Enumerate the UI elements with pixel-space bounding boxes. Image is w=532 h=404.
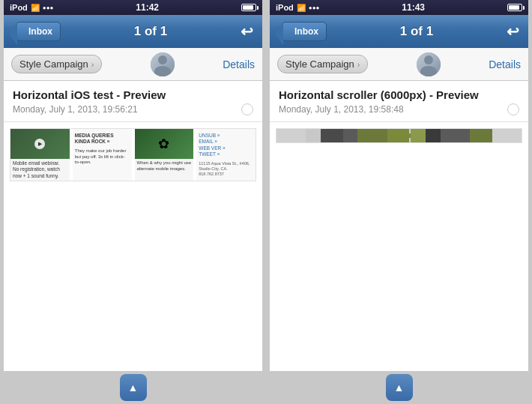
email-body-right: Horizontal scroller (6000px) - Preview M… <box>270 81 528 371</box>
bottom-bar-right <box>270 371 528 404</box>
avatar-right <box>417 52 441 76</box>
media-header: MEDIA QUERIES KINDA ROCK » <box>73 131 132 147</box>
preview-cell-video: ▶ Mobile email webinar.No registration, … <box>10 129 70 181</box>
status-right <box>241 4 256 11</box>
battery-fill-right <box>509 5 519 10</box>
scroll-preview-right <box>270 122 528 149</box>
avatar-left <box>151 52 175 76</box>
details-link-left[interactable]: Details <box>223 58 255 70</box>
back-label-right: Inbox <box>294 26 318 37</box>
address-text: 11115 Aqua Vista St., #406, Studio City,… <box>196 160 256 178</box>
flower-thumb: ✿ <box>135 129 194 159</box>
seg-10 <box>470 129 492 142</box>
scroll-up-button-right[interactable] <box>386 374 413 401</box>
media-body: They make our job harder but pay off. 3x… <box>73 147 132 167</box>
bottom-bar-left <box>4 371 262 404</box>
nav-back-arrow-right[interactable]: ↩ <box>507 22 519 40</box>
avatar-image-right <box>417 52 441 76</box>
battery-icon <box>241 4 256 11</box>
details-link-right[interactable]: Details <box>489 58 521 70</box>
campaign-label-right: Style Campaign <box>285 58 354 70</box>
circle-indicator-left <box>241 103 253 115</box>
status-bar-right: iPod 📶 ●●● 11:43 <box>270 0 528 15</box>
carrier-label: iPod <box>10 3 28 12</box>
links-text: UNSUB »EMAIL »WEB VER »TWEET » <box>196 131 256 160</box>
seg-6 <box>387 129 411 142</box>
status-right-right <box>507 4 522 11</box>
back-button-right[interactable]: Inbox <box>282 22 327 41</box>
toolbar-left: Style Campaign › Details <box>4 48 262 81</box>
email-subject-left: Horizontal iOS test - Preview <box>13 88 253 101</box>
video-text: Mobile email webinar.No registration, wa… <box>10 159 70 181</box>
seg-1 <box>276 129 306 142</box>
campaign-chevron-left: › <box>91 60 94 69</box>
campaign-chevron-right: › <box>357 60 360 69</box>
status-bar-left: iPod 📶 ●●● 11:42 <box>4 0 262 15</box>
nav-bar-right: Inbox 1 of 1 ↩ <box>270 15 528 48</box>
campaign-pill-left[interactable]: Style Campaign › <box>11 55 102 73</box>
email-subject-right: Horizontal scroller (6000px) - Preview <box>279 88 519 101</box>
back-label-left: Inbox <box>28 26 52 37</box>
battery-icon-right <box>507 4 522 11</box>
email-preview-left: ▶ Mobile email webinar.No registration, … <box>4 122 262 187</box>
phone-left: iPod 📶 ●●● 11:42 Inbox 1 of 1 ↩ Style Ca… <box>4 0 262 404</box>
back-arrow-shape <box>9 22 17 45</box>
preview-grid-left: ▶ Mobile email webinar.No registration, … <box>10 128 256 181</box>
nav-title-left: 1 of 1 <box>134 24 167 39</box>
campaign-label-left: Style Campaign <box>19 58 88 70</box>
email-date-left: Monday, July 1, 2013, 19:56:21 <box>13 103 253 115</box>
phone-right: iPod 📶 ●●● 11:43 Inbox 1 of 1 ↩ Style Ca… <box>270 0 528 404</box>
preview-cell-links: UNSUB »EMAIL »WEB VER »TWEET » 11115 Aqu… <box>196 129 256 181</box>
scroll-bar-visual <box>276 128 522 143</box>
signal-dots-right: ●●● <box>309 4 320 11</box>
seg-5 <box>357 129 387 142</box>
seg-4 <box>343 129 358 142</box>
status-left-right: iPod 📶 ●●● <box>276 3 319 12</box>
wifi-icon: 📶 <box>31 4 40 12</box>
signal-dots: ●●● <box>43 4 54 11</box>
nav-title-right: 1 of 1 <box>400 24 433 39</box>
email-header-left: Horizontal iOS test - Preview Monday, Ju… <box>4 81 262 122</box>
scroll-up-button-left[interactable] <box>120 374 147 401</box>
circle-indicator-right <box>507 103 519 115</box>
flower-text: When & why you might use alternate mobil… <box>135 159 194 174</box>
flower-icon: ✿ <box>158 136 169 152</box>
toolbar-right: Style Campaign › Details <box>270 48 528 81</box>
email-date-right: Monday, July 1, 2013, 19:58:48 <box>279 103 519 115</box>
status-left: iPod 📶 ●●● <box>10 3 53 12</box>
time-label-right: 11:43 <box>402 2 425 13</box>
battery-fill <box>243 5 253 10</box>
nav-bar-left: Inbox 1 of 1 ↩ <box>4 15 262 48</box>
video-thumb: ▶ <box>10 129 70 159</box>
campaign-pill-right[interactable]: Style Campaign › <box>277 55 368 73</box>
back-button-left[interactable]: Inbox <box>16 22 61 41</box>
play-button[interactable]: ▶ <box>34 139 45 149</box>
email-body-left: Horizontal iOS test - Preview Monday, Ju… <box>4 81 262 371</box>
back-arrow-shape-right <box>275 22 283 45</box>
carrier-label-right: iPod <box>276 3 294 12</box>
seg-9 <box>441 129 470 142</box>
seg-3 <box>321 129 343 142</box>
preview-cell-flower: ✿ When & why you might use alternate mob… <box>135 129 194 181</box>
seg-7 <box>411 129 426 142</box>
email-header-right: Horizontal scroller (6000px) - Preview M… <box>270 81 528 122</box>
wifi-icon-right: 📶 <box>297 4 306 12</box>
seg-2 <box>306 129 321 142</box>
seg-11 <box>492 129 522 142</box>
avatar-image-left <box>151 52 175 76</box>
nav-back-arrow-left[interactable]: ↩ <box>241 22 253 40</box>
time-label: 11:42 <box>136 2 159 13</box>
preview-cell-media: MEDIA QUERIES KINDA ROCK » They make our… <box>73 129 132 181</box>
seg-8 <box>426 129 441 142</box>
